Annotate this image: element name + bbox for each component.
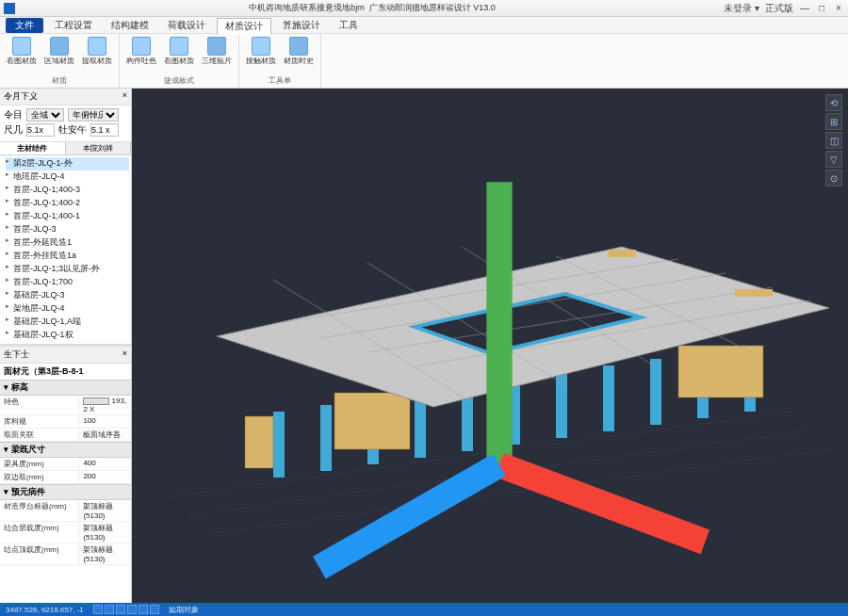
tree-item[interactable]: 基础层-JLQ-1,A端 [6, 316, 129, 329]
tree-item[interactable]: 首层-JLQ-1;3以见屏-外 [6, 263, 129, 276]
tree-item[interactable]: 第2层-JLQ-1-外 [6, 157, 129, 170]
component-tree[interactable]: 第2层-JLQ-1-外地瑶层-JLQ-4首层-JLQ-1;400-3首层-JLQ… [0, 155, 131, 344]
ribbon-btn-2-1[interactable]: 材质时史 [283, 37, 315, 74]
tree-item[interactable]: 基础层-JLQ-1权 [6, 329, 129, 342]
ribbon-btn-0-1[interactable]: 区域材质 [43, 37, 75, 74]
tree-item[interactable]: 首层-JLQ-3 [6, 223, 129, 236]
status-text: 如期对象 [169, 605, 199, 615]
props-title: 面材元（第3层-B-8-1 [0, 364, 131, 380]
status-toggle-icon[interactable] [127, 605, 137, 614]
status-toggle-icon[interactable] [93, 605, 103, 614]
ribbon-group-label-1: 捷成板式 [125, 75, 233, 86]
tree-item[interactable]: 首层-外延民造1 [6, 236, 129, 250]
status-toggle-icon[interactable] [150, 605, 159, 614]
prop-row[interactable]: 取面关联板面域序吾 [0, 429, 131, 442]
ribbon-group-label-0: 材质 [6, 75, 113, 86]
prop-section[interactable]: ▾ 梁既尺寸 [0, 442, 131, 458]
ribbon-btn-0-2[interactable]: 提取材质 [81, 37, 113, 74]
tree-item[interactable]: 首层-JLQ-1;400-3 [6, 184, 129, 197]
ribbon-group-2: 接触材质 材质时史 工具单 [239, 34, 321, 88]
file-menu[interactable]: 文件 [6, 18, 43, 33]
status-coords: 3487.526, 9218.657, -1 [6, 606, 84, 614]
minimize-button[interactable]: — [799, 3, 810, 14]
3d-viewport[interactable]: ⟲ ⊞ ◫ ▽ ⊙ [132, 89, 848, 603]
ribbon-group-label-2: 工具单 [245, 75, 315, 86]
filter-scope[interactable]: 全域 [26, 108, 64, 122]
filter-sort[interactable]: 年俯悼庆 [68, 108, 119, 122]
props-header: 生下士 [4, 349, 29, 361]
app-logo-icon [4, 3, 15, 14]
prop-section[interactable]: ▾ 预元病件 [0, 484, 131, 500]
inner-tab-b[interactable]: 本院刘祥 [66, 142, 132, 154]
ribbon-group-1: 构件吐色 看图材质 三维贴片 捷成板式 [120, 34, 239, 88]
panel-close-icon[interactable]: × [122, 90, 127, 103]
menu-tab-4[interactable]: 算施设计 [275, 18, 328, 33]
menubar: 文件 工程设置 结构建模 荷载设计 材质设计 算施设计 工具 [0, 17, 848, 34]
status-toggle-icon[interactable] [116, 605, 125, 614]
tree-item[interactable]: 首层-外挂民造1a [6, 250, 129, 263]
ribbon-btn-2-0[interactable]: 接触材质 [245, 37, 277, 74]
prop-row[interactable]: 结点顶载度(mm)架顶标题(5130) [0, 543, 131, 565]
tree-item[interactable]: 基础层-JLQ-3 [6, 289, 129, 302]
tree-item[interactable]: 日 板 [6, 342, 129, 344]
ribbon-btn-0-0[interactable]: 看图材质 [6, 37, 38, 74]
ribbon-group-0: 看图材质 区域材质 提取材质 材质 [0, 34, 120, 88]
prop-row[interactable]: 特色 193, 2 X [0, 396, 131, 415]
tree-item[interactable]: 首层-JLQ-1;400-1 [6, 210, 129, 223]
scale-1-input[interactable] [26, 123, 55, 137]
titlebar: 中机咨询地质研系接意境地bjm 广东动郎润描地原样诶设计 V13.0 未登录 ▾… [0, 0, 848, 17]
status-toggle-icon[interactable] [139, 605, 148, 614]
window-title: 中机咨询地质研系接意境地bjm 广东动郎润描地原样诶设计 V13.0 [21, 2, 724, 14]
prop-row[interactable]: 双边取(mm)200 [0, 471, 131, 484]
maximize-button[interactable]: □ [816, 3, 827, 14]
scale-2-input[interactable] [90, 123, 119, 137]
ribbon-btn-1-0[interactable]: 构件吐色 [125, 37, 157, 74]
tree-item[interactable]: 架地层-JLQ-4 [6, 302, 129, 316]
axis-gizmo-icon [141, 89, 848, 593]
ribbon-btn-1-2[interactable]: 三维贴片 [201, 37, 233, 74]
filter-bar: 令目 全域 年俯悼庆 尺几 牡安午 [0, 105, 131, 142]
left-panel: 令月下义× 令目 全域 年俯悼庆 尺几 牡安午 主材结件 本院刘祥 第2层-JL… [0, 89, 132, 603]
prop-section[interactable]: ▾ 标高 [0, 380, 131, 396]
svg-line-32 [319, 465, 499, 568]
tree-item[interactable]: 首层-JLQ-1;700 [6, 276, 129, 289]
ribbon: 看图材质 区域材质 提取材质 材质 构件吐色 看图材质 三维贴片 捷成板式 接触… [0, 34, 848, 89]
menu-tab-1[interactable]: 结构建模 [104, 18, 156, 33]
tree-item[interactable]: 地瑶层-JLQ-4 [6, 170, 129, 184]
props-close-icon[interactable]: × [122, 349, 127, 361]
status-toggle-icon[interactable] [105, 605, 114, 614]
menu-tab-3[interactable]: 材质设计 [217, 18, 271, 35]
tree-item[interactable]: 首层-JLQ-1;400-2 [6, 197, 129, 210]
license-link[interactable]: 正式版 [765, 2, 793, 15]
panel-title: 令月下义 [4, 90, 38, 103]
inner-tab-a[interactable]: 主材结件 [0, 142, 66, 154]
prop-row[interactable]: 梁具度(mm)400 [0, 458, 131, 471]
ribbon-btn-1-1[interactable]: 看图材质 [163, 37, 195, 74]
properties-panel: 生下士× 面材元（第3层-B-8-1 ▾ 标高特色 193, 2 X库料规100… [0, 347, 131, 603]
menu-tab-2[interactable]: 荷载设计 [160, 18, 213, 33]
prop-row[interactable]: 库料规100 [0, 415, 131, 429]
statusbar: 3487.526, 9218.657, -1 如期对象 [0, 603, 848, 616]
login-status[interactable]: 未登录 ▾ [724, 2, 759, 15]
menu-tab-5[interactable]: 工具 [332, 18, 366, 33]
close-button[interactable]: × [833, 3, 844, 14]
svg-line-31 [499, 465, 705, 543]
prop-row[interactable]: 结合层载度(mm)架顶标题(5130) [0, 522, 131, 543]
menu-tab-0[interactable]: 工程设置 [47, 18, 100, 33]
prop-row[interactable]: 材造厚台标题(mm)架顶标题(5130) [0, 500, 131, 522]
